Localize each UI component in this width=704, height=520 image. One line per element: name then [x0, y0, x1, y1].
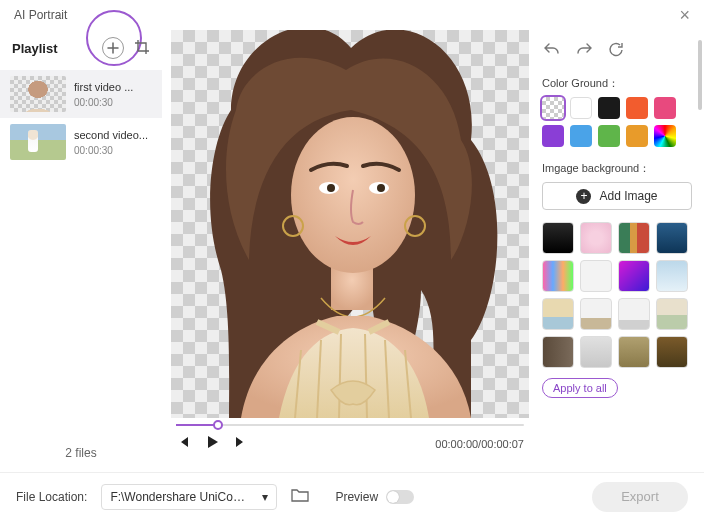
plus-icon: + — [576, 189, 591, 204]
preview-canvas[interactable] — [171, 30, 529, 418]
swatch-purple[interactable] — [542, 125, 564, 147]
app-header: AI Portrait × — [0, 0, 704, 30]
playlist-item[interactable]: first video ... 00:00:30 — [0, 70, 162, 118]
timeline-slider[interactable] — [168, 418, 532, 428]
apply-to-all-button[interactable]: Apply to all — [542, 378, 618, 398]
undo-icon[interactable] — [544, 42, 560, 60]
bg-room1[interactable] — [580, 298, 612, 330]
footer-bar: File Location: F:\Wondershare UniConvert… — [0, 472, 704, 520]
swatch-orange[interactable] — [626, 97, 648, 119]
bg-office[interactable] — [656, 298, 688, 330]
playlist-thumbnail — [10, 124, 66, 160]
preview-panel: 00:00:00/00:00:07 — [162, 30, 538, 472]
file-location-dropdown[interactable]: F:\Wondershare UniConverte... ▾ — [101, 484, 277, 510]
add-image-label: Add Image — [599, 189, 657, 203]
bg-plain[interactable] — [580, 260, 612, 292]
playlist-item-time: 00:00:30 — [74, 97, 133, 108]
bg-beach[interactable] — [542, 298, 574, 330]
bg-ocean[interactable] — [656, 222, 688, 254]
scrollbar[interactable] — [698, 40, 702, 470]
reset-icon[interactable] — [608, 42, 623, 60]
bg-stage[interactable] — [656, 336, 688, 368]
color-ground-label: Color Ground： — [542, 76, 692, 91]
export-button[interactable]: Export — [592, 482, 688, 512]
close-icon[interactable]: × — [679, 5, 690, 26]
bg-studio[interactable] — [580, 336, 612, 368]
swatch-white[interactable] — [570, 97, 592, 119]
swatch-green[interactable] — [598, 125, 620, 147]
bg-neon[interactable] — [618, 260, 650, 292]
image-bg-label: Imgage background： — [542, 161, 692, 176]
prev-frame-icon[interactable] — [176, 435, 190, 452]
bg-dark[interactable] — [542, 222, 574, 254]
effects-panel: Color Ground： Imgage background： + Add I… — [538, 30, 704, 472]
swatch-sky[interactable] — [570, 125, 592, 147]
svg-point-5 — [377, 184, 385, 192]
svg-point-4 — [327, 184, 335, 192]
color-swatches — [542, 97, 692, 147]
swatch-black[interactable] — [598, 97, 620, 119]
bg-room2[interactable] — [618, 298, 650, 330]
playlist-item-title: second video... — [74, 129, 148, 141]
swatch-transparent[interactable] — [542, 97, 564, 119]
bg-booth[interactable] — [542, 336, 574, 368]
redo-icon[interactable] — [576, 42, 592, 60]
preview-toggle[interactable] — [386, 490, 414, 504]
bg-hall[interactable] — [618, 336, 650, 368]
add-media-button[interactable] — [102, 37, 124, 59]
play-icon[interactable] — [204, 434, 220, 453]
open-folder-icon[interactable] — [291, 487, 309, 506]
file-location-label: File Location: — [16, 490, 87, 504]
swatch-pink[interactable] — [654, 97, 676, 119]
playlist-item-time: 00:00:30 — [74, 145, 148, 156]
swatch-amber[interactable] — [626, 125, 648, 147]
app-title: AI Portrait — [14, 8, 67, 22]
crop-icon[interactable] — [134, 39, 150, 58]
add-image-button[interactable]: + Add Image — [542, 182, 692, 210]
bg-ice[interactable] — [656, 260, 688, 292]
playlist-thumbnail — [10, 76, 66, 112]
file-location-value: F:\Wondershare UniConverte... — [110, 490, 250, 504]
playlist-item[interactable]: second video... 00:00:30 — [0, 118, 162, 166]
bg-grad1[interactable] — [542, 260, 574, 292]
file-count: 2 files — [0, 434, 162, 472]
playlist-item-title: first video ... — [74, 81, 133, 93]
bg-blossom[interactable] — [580, 222, 612, 254]
swatch-rainbow[interactable] — [654, 125, 676, 147]
bg-painting[interactable] — [618, 222, 650, 254]
playback-time: 00:00:00/00:00:07 — [435, 438, 524, 450]
playlist-items: first video ... 00:00:30 second video...… — [0, 70, 162, 434]
playlist-sidebar: Playlist first video ... 00:00:30 — [0, 30, 162, 472]
preview-toggle-label: Preview — [335, 490, 378, 504]
playlist-heading: Playlist — [12, 41, 58, 56]
chevron-down-icon: ▾ — [262, 490, 268, 504]
background-grid — [542, 222, 692, 368]
next-frame-icon[interactable] — [234, 435, 248, 452]
